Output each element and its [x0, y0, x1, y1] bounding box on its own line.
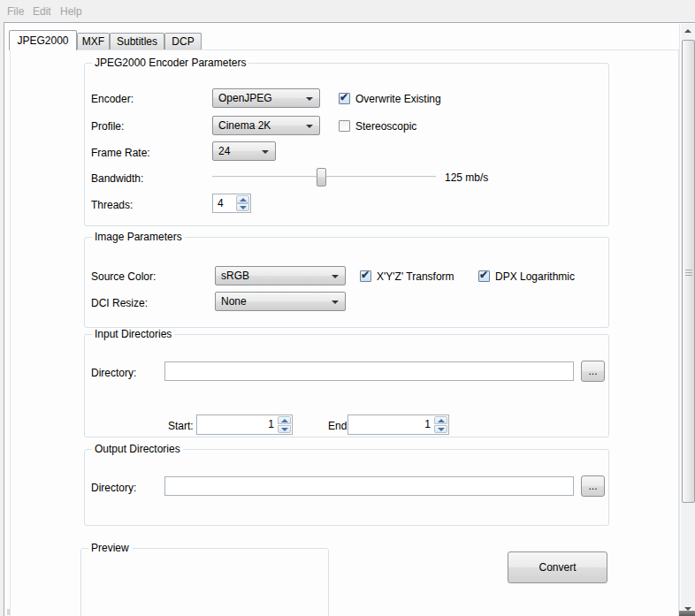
- spin-up-button[interactable]: [278, 416, 291, 424]
- stereoscopic-label: Stereoscopic: [355, 120, 416, 133]
- dci-resize-select[interactable]: None: [215, 292, 346, 311]
- tab-dcp[interactable]: DCP: [164, 33, 202, 50]
- input-directory-browse-button[interactable]: ...: [581, 361, 605, 382]
- profile-label: Profile:: [91, 120, 124, 133]
- overwrite-existing-checkbox[interactable]: ✔: [339, 93, 350, 104]
- start-stepper[interactable]: 1: [196, 414, 293, 435]
- source-color-selected-value: sRGB: [221, 270, 249, 282]
- frame-rate-label: Frame Rate:: [91, 147, 150, 159]
- app-window: File Edit Help JPEG2000 MXF Subtitles DC…: [0, 0, 695, 616]
- preview-group-title: Preview: [88, 542, 132, 554]
- input-group-title: Input Directories: [92, 328, 174, 340]
- encoder-select[interactable]: OpenJPEG: [212, 88, 320, 108]
- chevron-down-icon: [306, 125, 313, 128]
- output-directory-browse-button[interactable]: ...: [581, 475, 605, 497]
- source-color-select[interactable]: sRGB: [215, 266, 346, 285]
- chevron-down-icon: [262, 150, 269, 154]
- scroll-up-button[interactable]: [681, 24, 695, 39]
- up-arrow-icon: [240, 198, 247, 202]
- input-directories-group: Input Directories Directory: ... Start: …: [84, 334, 609, 437]
- tab-panel-jpeg2000: JPEG2000 Encoder Parameters Encoder: Ope…: [10, 49, 679, 616]
- stereoscopic-checkbox[interactable]: ✔: [339, 120, 350, 132]
- spin-up-button[interactable]: [236, 195, 249, 203]
- dci-resize-label: DCI Resize:: [91, 297, 148, 309]
- output-directories-group: Output Directories Directory: ...: [84, 449, 609, 526]
- scrollbar-grip-icon: [685, 270, 692, 276]
- bandwidth-slider[interactable]: [212, 168, 436, 186]
- scroll-viewport: JPEG2000 MXF Subtitles DCP JPEG2000 Enco…: [4, 24, 680, 616]
- source-color-label: Source Color:: [91, 270, 156, 283]
- down-arrow-icon: [438, 428, 445, 431]
- bandwidth-label: Bandwidth:: [91, 172, 143, 185]
- spin-down-button[interactable]: [236, 203, 249, 211]
- dpx-logarithmic-label: DPX Logarithmic: [495, 270, 575, 283]
- chevron-down-icon: [332, 300, 339, 304]
- threads-label: Threads:: [91, 199, 133, 211]
- spin-down-button[interactable]: [434, 425, 447, 433]
- check-icon: ✔: [479, 269, 488, 281]
- encoder-group-title: JPEG2000 Encoder Parameters: [92, 57, 248, 69]
- encoder-selected-value: OpenJPEG: [218, 92, 272, 104]
- scrollbar-thumb[interactable]: [682, 40, 695, 503]
- bandwidth-slider-handle[interactable]: [317, 168, 326, 186]
- convert-button[interactable]: Convert: [508, 551, 607, 583]
- encoder-label: Encoder:: [91, 93, 134, 105]
- tab-jpeg2000[interactable]: JPEG2000: [9, 30, 77, 50]
- start-label: Start:: [168, 420, 194, 432]
- encoder-parameters-group: JPEG2000 Encoder Parameters Encoder: Ope…: [84, 63, 609, 226]
- chevron-down-icon: [306, 97, 313, 101]
- menu-bar: File Edit Help: [0, 0, 695, 22]
- xyz-transform-label: X'Y'Z' Transform: [377, 270, 454, 283]
- tab-mxf[interactable]: MXF: [77, 33, 110, 50]
- preview-group: Preview: [80, 548, 329, 616]
- xyz-transform-checkbox[interactable]: ✔: [360, 270, 371, 282]
- down-arrow-icon: [240, 206, 247, 209]
- spin-up-button[interactable]: [434, 416, 447, 424]
- frame-rate-select[interactable]: 24: [212, 141, 276, 161]
- image-parameters-group: Image Parameters Source Color: sRGB ✔ X'…: [84, 237, 609, 328]
- up-arrow-icon: [281, 419, 288, 422]
- start-value: 1: [268, 418, 274, 430]
- check-icon: ✔: [361, 269, 370, 281]
- chevron-down-icon: [332, 275, 339, 278]
- input-directory-field[interactable]: [164, 361, 574, 381]
- output-group-title: Output Directories: [92, 443, 183, 455]
- image-group-title: Image Parameters: [92, 231, 185, 243]
- threads-stepper[interactable]: 4: [212, 194, 251, 213]
- scroll-area: JPEG2000 MXF Subtitles DCP JPEG2000 Enco…: [4, 22, 695, 616]
- up-arrow-icon: [684, 29, 691, 33]
- frame-rate-selected-value: 24: [218, 145, 230, 157]
- profile-selected-value: Cinema 2K: [218, 119, 271, 132]
- threads-value: 4: [218, 197, 224, 209]
- menu-file[interactable]: File: [2, 4, 29, 19]
- tab-subtitles[interactable]: Subtitles: [110, 33, 164, 50]
- profile-select[interactable]: Cinema 2K: [212, 116, 320, 135]
- spin-down-button[interactable]: [278, 425, 291, 433]
- end-value: 1: [424, 418, 431, 430]
- up-arrow-icon: [438, 419, 445, 422]
- bandwidth-value: 125 mb/s: [445, 171, 488, 184]
- check-icon: ✔: [340, 91, 348, 103]
- dpx-logarithmic-checkbox[interactable]: ✔: [478, 270, 490, 282]
- end-stepper[interactable]: 1: [348, 414, 449, 435]
- vertical-scrollbar[interactable]: [681, 24, 695, 616]
- menu-edit[interactable]: Edit: [27, 4, 57, 19]
- down-arrow-icon: [281, 428, 288, 431]
- end-label: End:: [328, 420, 350, 432]
- overwrite-existing-label: Overwrite Existing: [355, 93, 441, 105]
- output-directory-field[interactable]: [164, 476, 574, 496]
- menu-help[interactable]: Help: [55, 4, 88, 19]
- dci-resize-selected-value: None: [221, 295, 247, 308]
- output-directory-label: Directory:: [91, 482, 136, 494]
- input-directory-label: Directory:: [91, 367, 136, 379]
